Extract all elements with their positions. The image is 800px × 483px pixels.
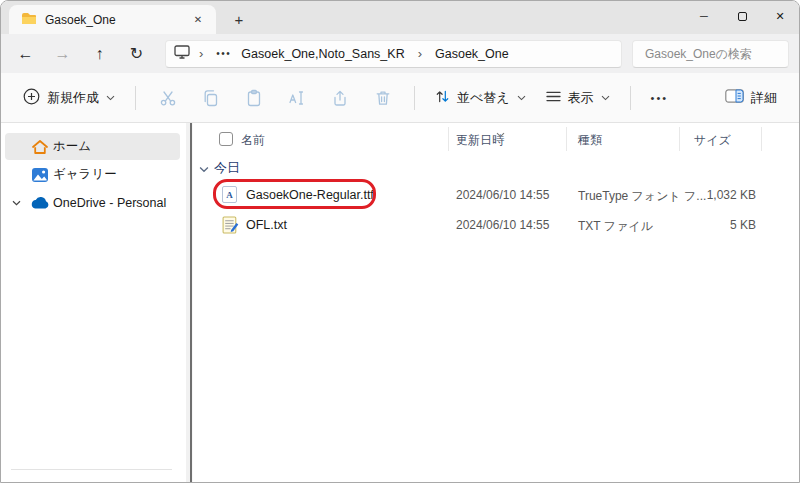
sidebar-item-gallery[interactable]: ギャラリー — [5, 161, 180, 188]
copy-icon — [202, 89, 220, 107]
pane-splitter[interactable] — [186, 123, 193, 483]
toolbar-divider — [630, 86, 631, 110]
breadcrumb-ellipsis[interactable]: ••• — [212, 48, 235, 59]
rename-icon — [288, 89, 306, 107]
home-icon — [27, 139, 53, 155]
details-pane-button[interactable]: 詳細 — [715, 82, 787, 114]
details-pane-icon — [725, 89, 744, 106]
new-button-label: 新規作成 — [47, 89, 99, 107]
new-button[interactable]: 新規作成 — [13, 81, 125, 115]
text-file-icon — [222, 216, 239, 238]
copy-button[interactable] — [189, 80, 232, 116]
sidebar-item-label: ギャラリー — [53, 166, 117, 183]
details-pane-label: 詳細 — [751, 89, 777, 107]
maximize-icon — [738, 12, 747, 21]
group-header-today[interactable]: 今日 — [199, 159, 240, 177]
chevron-down-icon[interactable] — [5, 200, 27, 206]
share-button[interactable] — [318, 80, 361, 116]
file-size: 5 KB — [633, 218, 756, 232]
sort-button-label: 並べ替え — [457, 89, 510, 107]
sidebar-item-label: OneDrive - Personal — [53, 196, 166, 210]
search-input[interactable] — [633, 47, 788, 61]
file-row-ofl-txt[interactable]: OFL.txt 2024/06/10 14:55 TXT ファイル 5 KB — [193, 211, 795, 239]
chevron-down-icon[interactable] — [199, 161, 209, 176]
file-date: 2024/06/10 14:55 — [456, 188, 549, 202]
paste-icon — [245, 89, 263, 107]
column-header-name[interactable]: 名前 — [241, 132, 265, 149]
onedrive-cloud-icon — [27, 196, 53, 209]
view-button-label: 表示 — [568, 89, 594, 107]
group-label: 今日 — [214, 159, 240, 177]
sidebar-item-onedrive[interactable]: OneDrive - Personal — [5, 189, 180, 216]
breadcrumb[interactable]: › ••• Gasoek_One,Noto_Sans_KR › Gasoek_O… — [165, 40, 622, 68]
window-controls: ─ ✕ — [685, 1, 799, 31]
toolbar-divider — [414, 86, 415, 110]
close-button[interactable]: ✕ — [761, 1, 799, 31]
sidebar-divider — [11, 469, 172, 470]
column-divider[interactable] — [679, 127, 680, 151]
breadcrumb-item[interactable]: Gasoek_One — [431, 45, 513, 63]
command-toolbar: 新規作成 並べ替え 表示 — [1, 73, 799, 123]
column-header-type[interactable]: 種類 — [578, 132, 602, 149]
sidebar-item-home[interactable]: ホーム — [5, 133, 180, 160]
file-date: 2024/06/10 14:55 — [456, 218, 549, 232]
delete-button[interactable] — [361, 80, 404, 116]
column-divider[interactable] — [566, 127, 567, 151]
view-button[interactable]: 表示 — [536, 82, 620, 114]
sort-button[interactable]: 並べ替え — [425, 82, 536, 114]
view-lines-icon — [546, 90, 561, 106]
file-explorer-window: Gasoek_One ✕ + ─ ✕ ← → ↑ ↻ › ••• Gasoek_… — [0, 0, 800, 483]
chevron-down-icon — [106, 95, 115, 101]
sort-indicator-icon — [496, 124, 505, 142]
chevron-down-icon — [517, 95, 526, 101]
file-row-gasoekone-regular[interactable]: A GasoekOne-Regular.ttf 2024/06/10 14:55… — [193, 181, 795, 209]
search-box — [632, 40, 789, 68]
column-header-size[interactable]: サイズ — [694, 132, 731, 149]
scissors-icon — [159, 89, 177, 107]
plus-circle-icon — [23, 88, 40, 108]
refresh-button[interactable]: ↻ — [118, 39, 155, 69]
file-name: GasoekOne-Regular.ttf — [246, 188, 374, 202]
paste-button[interactable] — [232, 80, 275, 116]
toolbar-divider — [135, 86, 136, 110]
minimize-button[interactable]: ─ — [685, 1, 723, 31]
maximize-button[interactable] — [723, 1, 761, 31]
this-pc-icon — [174, 45, 190, 63]
font-file-icon: A — [222, 186, 237, 203]
tab-title: Gasoek_One — [45, 13, 180, 27]
ellipsis-icon: ••• — [651, 92, 669, 104]
folder-icon — [21, 11, 37, 29]
sort-arrows-icon — [435, 89, 450, 107]
breadcrumb-chevron: › — [192, 46, 210, 61]
more-options-button[interactable]: ••• — [641, 85, 679, 111]
back-button[interactable]: ← — [7, 39, 44, 69]
breadcrumb-chevron: › — [411, 46, 429, 61]
file-size: 1,032 KB — [633, 188, 756, 202]
address-bar: ← → ↑ ↻ › ••• Gasoek_One,Noto_Sans_KR › … — [1, 34, 799, 73]
new-tab-button[interactable]: + — [226, 6, 252, 32]
cut-button[interactable] — [146, 80, 189, 116]
breadcrumb-item[interactable]: Gasoek_One,Noto_Sans_KR — [237, 45, 408, 63]
forward-button[interactable]: → — [44, 39, 81, 69]
navigation-pane: ホーム ギャラリー OneDrive - Personal — [1, 123, 186, 483]
tab-close-icon[interactable]: ✕ — [188, 10, 208, 30]
column-divider[interactable] — [761, 127, 762, 151]
column-divider[interactable] — [448, 127, 449, 151]
gallery-icon — [27, 167, 53, 183]
explorer-tab[interactable]: Gasoek_One ✕ — [9, 5, 216, 34]
share-icon — [331, 89, 349, 107]
chevron-down-icon — [601, 95, 610, 101]
select-all-checkbox[interactable] — [219, 132, 233, 146]
up-button[interactable]: ↑ — [81, 39, 118, 69]
trash-icon — [374, 89, 392, 107]
file-list: 名前 更新日時 種類 サイズ 今日 A GasoekOne-Regular.tt… — [193, 123, 799, 483]
rename-button[interactable] — [275, 80, 318, 116]
sidebar-item-label: ホーム — [53, 138, 91, 155]
file-name: OFL.txt — [246, 218, 287, 232]
tab-bar: Gasoek_One ✕ + ─ ✕ — [1, 1, 799, 34]
content-area: ホーム ギャラリー OneDrive - Personal — [1, 123, 799, 483]
